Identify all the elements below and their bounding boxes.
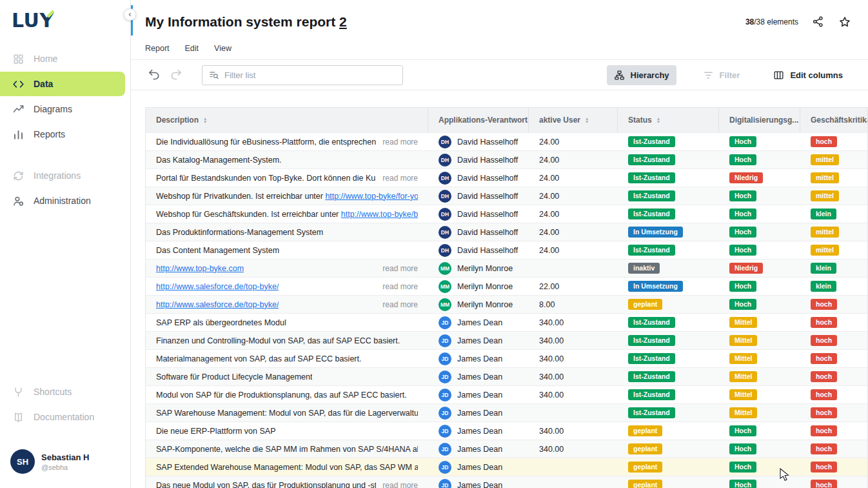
- digitalisierung-badge: Hoch: [729, 462, 756, 473]
- kritikalitaet-badge: klein: [811, 281, 836, 292]
- filter-list-icon: [209, 70, 219, 80]
- description-cell: Modul von SAP für die Produktionsplanung…: [146, 386, 428, 403]
- description-text: Portal für Bestandskunden von Top-Byke. …: [156, 174, 376, 183]
- menu-item-report[interactable]: Report: [145, 44, 170, 53]
- column-header[interactable]: Geschäftskritikalität▲▼: [800, 108, 867, 132]
- table-row[interactable]: Das Katalog-Management-System.DHDavid Ha…: [146, 150, 867, 168]
- description-link[interactable]: http://www.top-byke.com: [156, 264, 244, 273]
- edit-columns-button[interactable]: Edit columns: [766, 65, 850, 85]
- table-row[interactable]: Die Individuallösung für eBusiness-Platt…: [146, 132, 867, 150]
- sidebar-item-data[interactable]: Data: [0, 72, 125, 96]
- table-row[interactable]: http://www.salesforce.de/top-byke/read m…: [146, 295, 867, 313]
- description-text: Die Individuallösung für eBusiness-Platt…: [156, 137, 376, 147]
- column-header[interactable]: Applikations-Verantwort...▲▼: [428, 108, 529, 132]
- table-row[interactable]: Die neue ERP-Plattform von SAPJDJames De…: [146, 422, 867, 440]
- description-text: http://www.top-byke.com: [156, 264, 244, 273]
- owner-name: David Hasselhoff: [457, 156, 518, 165]
- sidebar-item-diagrams[interactable]: Diagrams: [0, 97, 130, 121]
- sidebar-item-documentation[interactable]: Documentation: [0, 405, 130, 429]
- table-row[interactable]: Das Content Management SystemDHDavid Has…: [146, 241, 867, 259]
- description-cell: SAP-Komponente, welche die SAP MM im Rah…: [146, 440, 428, 458]
- filter-list-input[interactable]: [202, 65, 403, 85]
- undo-icon[interactable]: [148, 68, 162, 82]
- column-header[interactable]: Status▲▼: [618, 108, 719, 132]
- read-more-link[interactable]: read more: [382, 174, 418, 183]
- table-row[interactable]: SAP Extended Warehouse Management: Modul…: [146, 458, 867, 476]
- table-row[interactable]: Finanzen und Controlling-Modul von SAP, …: [146, 331, 867, 349]
- table-row[interactable]: http://www.top-byke.comread moreMMMerily…: [146, 259, 867, 277]
- avatar: DH: [439, 244, 451, 257]
- menu-bar: ReportEditView: [145, 36, 851, 59]
- table-row[interactable]: Software für Product Lifecycle Managemen…: [146, 367, 867, 385]
- table-row[interactable]: Modul von SAP für die Produktionsplanung…: [146, 385, 867, 403]
- kritikalitaet-cell: mittel: [800, 187, 867, 205]
- kritikalitaet-badge: hoch: [811, 335, 837, 346]
- share-icon[interactable]: [812, 15, 825, 28]
- read-more-link[interactable]: read more: [382, 264, 418, 273]
- status-badge: geplant: [628, 443, 662, 454]
- read-more-link[interactable]: read more: [382, 481, 418, 488]
- filter-button[interactable]: Filter: [696, 65, 747, 85]
- description-text: Die neue ERP-Plattform von SAP: [156, 427, 276, 436]
- active-users-cell: 340.00: [529, 440, 618, 458]
- table-row[interactable]: Materialmanagement von SAP, das auf SAP …: [146, 349, 867, 367]
- sidebar-item-label: Data: [34, 79, 53, 89]
- menu-item-view[interactable]: View: [214, 44, 232, 53]
- redo-icon[interactable]: [170, 68, 184, 82]
- table-row[interactable]: http://www.salesforce.de/top-byke/read m…: [146, 277, 867, 295]
- status-cell: geplant: [618, 476, 719, 488]
- table-row[interactable]: SAP ERP als übergeordnetes ModulJDJames …: [146, 313, 867, 331]
- description-link[interactable]: http://www.top-byke/business/: [341, 210, 418, 219]
- table-row[interactable]: Das Produktinformations-Management Syste…: [146, 223, 867, 241]
- main-header: My Information system report 2 38/38 ele…: [131, 0, 868, 60]
- table-row[interactable]: Portal für Bestandskunden von Top-Byke. …: [146, 168, 867, 187]
- column-header[interactable]: Digitalisierungsg...▲▼: [719, 108, 800, 132]
- read-more-link[interactable]: read more: [382, 282, 418, 291]
- menu-item-edit[interactable]: Edit: [185, 44, 199, 53]
- sidebar-item-home[interactable]: Home: [0, 46, 130, 71]
- description-link[interactable]: http://www.salesforce.de/top-byke/: [156, 300, 279, 309]
- filter-icon: [703, 70, 714, 81]
- description-link[interactable]: http://www.salesforce.de/top-byke/: [156, 282, 279, 291]
- read-more-link[interactable]: read more: [382, 137, 418, 147]
- table-row[interactable]: Webshop für Geschäftskunden. Ist erreich…: [146, 205, 867, 223]
- star-icon[interactable]: [838, 15, 851, 28]
- avatar: DH: [439, 190, 451, 203]
- filter-list-field[interactable]: [224, 70, 396, 80]
- sidebar-item-administration[interactable]: Administration: [0, 188, 130, 213]
- avatar: DH: [439, 154, 451, 167]
- sidebar-item-reports[interactable]: Reports: [0, 122, 130, 147]
- table-row[interactable]: Das neue Modul von SAP, das für Produkti…: [146, 476, 867, 488]
- active-users-cell: 24.00: [529, 241, 618, 259]
- sidebar-item-shortcuts[interactable]: Shortcuts: [0, 380, 130, 404]
- owner-cell: JDJames Dean: [428, 350, 529, 367]
- digitalisierung-cell: Hoch: [719, 278, 800, 295]
- column-header-label: Description: [156, 116, 199, 125]
- avatar: JD: [439, 461, 451, 474]
- sidebar-item-integrations[interactable]: Integrations: [0, 163, 130, 188]
- column-header[interactable]: aktive User▲▼: [529, 108, 618, 132]
- sort-icon[interactable]: ▲▼: [656, 117, 660, 124]
- sort-icon[interactable]: ▲▼: [585, 117, 589, 124]
- table-row[interactable]: SAP Warehouse Management: Modul von SAP,…: [146, 403, 867, 422]
- elements-count-value: 38: [745, 17, 754, 26]
- sort-icon[interactable]: ▲▼: [203, 117, 207, 124]
- header-meta: 38/38 elements: [745, 15, 851, 28]
- column-header[interactable]: Description▲▼: [146, 108, 428, 132]
- sidebar-collapse-button[interactable]: ‹: [124, 8, 136, 21]
- status-badge: geplant: [628, 462, 662, 473]
- table-row[interactable]: Webshop für Privatkunden. Ist erreichbar…: [146, 187, 867, 205]
- owner-name: James Dean: [457, 481, 502, 488]
- description-link[interactable]: http://www.top-byke/for-you/: [325, 192, 418, 201]
- description-cell: SAP ERP als übergeordnetes Modul: [146, 314, 428, 331]
- read-more-link[interactable]: read more: [382, 300, 418, 309]
- digitalisierung-cell: Mittel: [719, 350, 800, 367]
- description-text: Das Katalog-Management-System.: [156, 156, 282, 165]
- kritikalitaet-badge: hoch: [811, 136, 837, 147]
- table-row[interactable]: SAP-Komponente, welche die SAP MM im Rah…: [146, 440, 867, 458]
- hierarchy-button[interactable]: Hierarchy: [607, 65, 676, 85]
- avatar: MM: [439, 280, 451, 293]
- luy-logo[interactable]: LUY: [0, 0, 130, 45]
- kritikalitaet-cell: mittel: [800, 223, 867, 241]
- user-block[interactable]: SH Sebastian H @sebha: [0, 440, 130, 483]
